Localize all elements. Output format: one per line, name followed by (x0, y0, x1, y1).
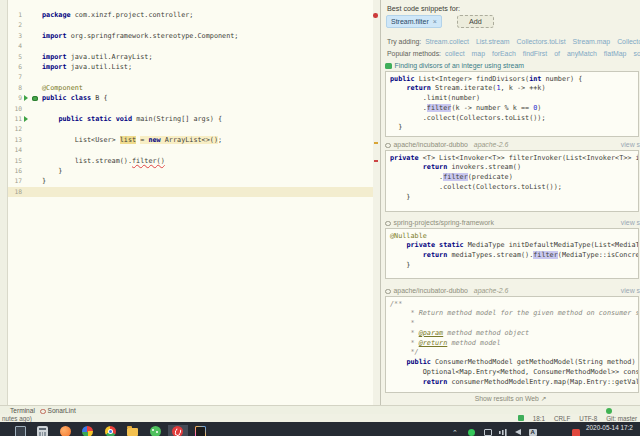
try-adding-link[interactable]: List.stream (476, 38, 510, 45)
repo-name[interactable]: apache/incubator-dubbo (394, 287, 468, 294)
popular-method-link[interactable]: sorted (633, 50, 640, 57)
popular-method-link[interactable]: map (472, 50, 485, 57)
editor-line[interactable]: 6import java.util.List; (8, 62, 373, 72)
run-icon[interactable] (24, 116, 28, 122)
editor-line[interactable]: 12 (8, 124, 373, 134)
add-button[interactable]: Add (457, 15, 494, 28)
intellij-idea-taskbar-button[interactable] (190, 425, 210, 436)
orange-app-icon (60, 426, 71, 436)
pinwheel-app-taskbar-button[interactable] (78, 425, 98, 436)
code-editor[interactable]: 1package com.xinzf.project.controller;23… (8, 0, 373, 405)
snippet-code-box[interactable]: public List<Integer> findDivisors(int nu… (385, 71, 639, 137)
run-icon[interactable] (24, 95, 28, 101)
editor-line[interactable]: 3import org.springframework.stereotype.C… (8, 31, 373, 41)
network-tray-icon[interactable] (499, 429, 507, 436)
plugin-status-icon[interactable] (606, 408, 612, 414)
gutter (22, 187, 42, 197)
inspection-error-indicator[interactable] (373, 13, 378, 18)
line-number: 12 (8, 124, 22, 134)
chip-close-icon[interactable]: × (433, 18, 437, 25)
snippet-code-box[interactable]: private <T> List<Invoker<T>> filterInvok… (385, 150, 639, 212)
line-number: 6 (8, 62, 22, 72)
display-tray-icon[interactable] (484, 429, 492, 436)
calculator-taskbar-button[interactable] (33, 425, 53, 436)
editor-line[interactable]: 14 (8, 145, 373, 155)
editor-line[interactable]: 2 (8, 20, 373, 30)
gutter (22, 52, 42, 62)
editor-line[interactable]: 4 (8, 41, 373, 51)
editor-line[interactable]: 8@Component (8, 83, 373, 93)
encoding-widget[interactable]: UTF-8 (579, 415, 597, 422)
ide-window: 1package com.xinzf.project.controller;23… (0, 0, 640, 436)
line-number: 1 (8, 10, 22, 20)
warning-stripe-mark[interactable] (374, 142, 378, 144)
green-dot-tray-icon[interactable] (468, 429, 475, 436)
editor-line[interactable]: 1package com.xinzf.project.controller; (8, 10, 373, 20)
repo-name[interactable]: spring-projects/spring-framework (394, 219, 494, 226)
try-adding-link[interactable]: Collectors.toSet (617, 38, 640, 45)
wechat-taskbar-button[interactable] (145, 425, 165, 436)
taskbar-datetime[interactable]: 2020-05-14 17:2 (586, 424, 633, 431)
popular-methods-label: Popular methods: (387, 50, 441, 57)
volume-tray-icon[interactable] (515, 429, 521, 435)
editor-line[interactable]: 7 (8, 72, 373, 82)
snippet-repo-header[interactable]: apache/incubator-dubboapache-2.6view s (385, 141, 638, 150)
sonarlint-tab[interactable]: SonarLint (40, 407, 76, 414)
editor-line[interactable]: 16 } (8, 166, 373, 176)
gutter (22, 156, 42, 166)
snippet-code-box[interactable]: @Nullable private static MediaType initD… (385, 228, 639, 279)
popular-method-link[interactable]: flatMap (604, 50, 627, 57)
view-source-link[interactable]: view s (621, 141, 640, 148)
popular-method-link[interactable]: forEach (492, 50, 516, 57)
repo-tag: apache-2.6 (474, 141, 508, 148)
repo-name[interactable]: apache/incubator-dubbo (394, 141, 468, 148)
editor-line[interactable]: 15 list.stream().filter() (8, 156, 373, 166)
assistant-status-icon[interactable] (518, 415, 524, 421)
editor-line[interactable]: 5import java.util.ArrayList; (8, 52, 373, 62)
popular-method-link[interactable]: anyMatch (567, 50, 597, 57)
show-results-link[interactable]: Show results on Web ↗ (381, 395, 640, 403)
editor-line[interactable]: 17} (8, 176, 373, 186)
query-chip[interactable]: Stream.filter× (386, 15, 442, 28)
gutter (22, 10, 42, 20)
snippet-repo-header[interactable]: spring-projects/spring-frameworkview s (385, 219, 638, 228)
popular-method-link[interactable]: findFirst (523, 50, 548, 57)
chevron-up-tray-icon[interactable]: ⌃ (452, 429, 458, 436)
status-message: nutes ago) (2, 415, 32, 422)
try-adding-link[interactable]: Collectors.toList (517, 38, 566, 45)
sonarlint-label: SonarLint (48, 407, 76, 414)
editor-line[interactable]: 11 public static void main(String[] args… (8, 114, 373, 124)
popular-method-link[interactable]: collect (445, 50, 465, 57)
terminal-tab[interactable]: Terminal (10, 407, 35, 414)
snippet-repo-header[interactable]: apache/incubator-dubboapache-2.6view s (385, 287, 638, 296)
gutter (22, 93, 42, 103)
editor-line[interactable]: 18 (8, 187, 373, 197)
try-adding-link[interactable]: Stream.map (573, 38, 611, 45)
editor-line[interactable]: 13 List<User> list = new ArrayList<>(); (8, 135, 373, 145)
popular-method-link[interactable]: of (554, 50, 560, 57)
editor-line[interactable]: 9public class B { (8, 93, 373, 103)
spring-bean-icon[interactable] (32, 96, 38, 102)
view-source-link[interactable]: view s (621, 287, 640, 294)
view-source-link[interactable]: view s (621, 219, 640, 226)
line-number: 5 (8, 52, 22, 62)
orange-app-taskbar-button[interactable] (55, 425, 75, 436)
red-app-tray-icon[interactable] (572, 429, 580, 436)
status-bar: nutes ago) 18:1CRLFUTF-8Git: master (0, 414, 640, 422)
ime-tray-icon[interactable]: A (529, 429, 537, 436)
window-taskbar-button[interactable] (10, 425, 30, 436)
gutter (22, 72, 42, 82)
caret-position-widget[interactable]: 18:1 (533, 415, 545, 422)
editor-line[interactable]: 10 (8, 104, 373, 114)
gutter (22, 31, 42, 41)
netease-music-taskbar-button[interactable] (168, 425, 188, 436)
try-adding-link[interactable]: Stream.collect (425, 38, 469, 45)
chrome-taskbar-button[interactable] (100, 425, 120, 436)
snippet-code-box[interactable]: /** * Return method model for the given … (385, 296, 639, 393)
git-branch-widget[interactable]: Git: master (606, 415, 637, 422)
snippet-example-header[interactable]: Finding divisors of an integer using str… (385, 62, 638, 71)
error-stripe-mark[interactable] (374, 160, 378, 162)
file-explorer-taskbar-button[interactable] (123, 425, 143, 436)
wechat-icon (150, 426, 161, 436)
line-ending-widget[interactable]: CRLF (554, 415, 570, 422)
